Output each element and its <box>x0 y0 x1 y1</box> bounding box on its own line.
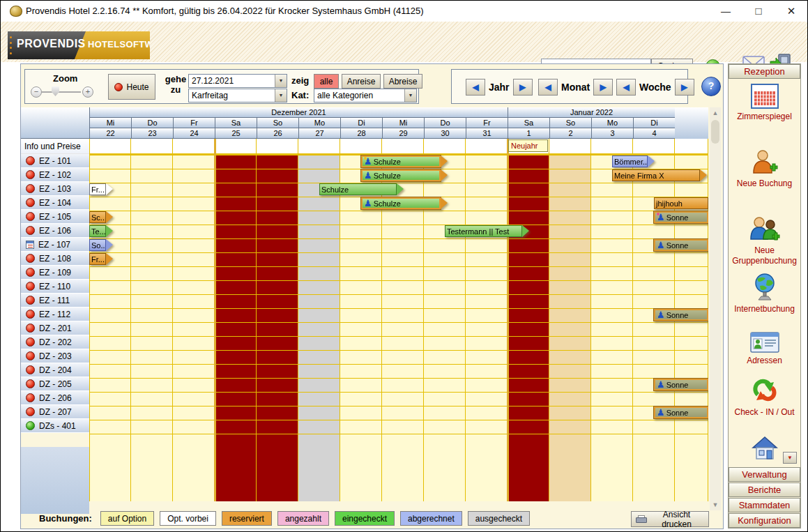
date-header-cell[interactable]: 24 <box>173 128 215 139</box>
zoom-out-button[interactable]: − <box>31 86 42 98</box>
legend-item[interactable]: ausgecheckt <box>468 511 530 526</box>
room-row[interactable]: EZ - 101 <box>21 154 89 168</box>
section-stammdaten[interactable]: Stammdaten <box>729 498 800 512</box>
section-berichte[interactable]: Berichte <box>729 482 800 497</box>
sidebar-item-zimmerspiegel[interactable]: Zimmerspiegel <box>729 84 800 122</box>
legend-item[interactable]: abgerechnet <box>400 511 462 526</box>
booking-bar[interactable]: Fr... <box>89 183 114 195</box>
month-prev-button[interactable]: ◀ <box>538 79 558 96</box>
date-header-cell[interactable]: 23 <box>131 128 173 139</box>
date-select[interactable]: 27.12.2021▼ <box>188 74 287 88</box>
calendar-grid[interactable]: Dezember 2021Januar 2022Mi22Do23Fr24Sa25… <box>89 107 708 501</box>
scrollbar-thumb[interactable] <box>711 120 719 144</box>
info-and-prices-row[interactable]: Info und Preise <box>21 139 89 154</box>
filter-departure-button[interactable]: Abreise <box>383 74 422 89</box>
scroll-down-icon[interactable]: ▼ <box>710 499 721 510</box>
room-row[interactable]: EZ - 109 <box>21 266 89 280</box>
booking-bar[interactable]: jhijhouh <box>654 197 708 209</box>
legend-item[interactable]: auf Option <box>100 511 154 526</box>
date-header-cell[interactable]: 3 <box>591 128 633 139</box>
day-column-normal[interactable] <box>466 155 508 501</box>
day-column-holiday[interactable] <box>215 155 257 501</box>
booking-bar[interactable]: So... <box>89 239 114 251</box>
sidebar-item-internetbuchung[interactable]: Internetbuchung <box>729 273 800 314</box>
month-next-button[interactable]: ▶ <box>593 79 613 96</box>
booking-bar[interactable]: Meine Firma X <box>612 169 708 181</box>
day-column-weekend[interactable] <box>549 155 591 501</box>
room-row[interactable]: EZ - 102 <box>21 168 89 182</box>
maximize-button-icon[interactable]: □ <box>742 1 775 22</box>
room-row[interactable]: EZ - 112 <box>21 307 89 321</box>
booking-bar[interactable]: Bömmer... <box>612 155 656 167</box>
legend-item[interactable]: eingecheckt <box>335 511 395 526</box>
legend-item[interactable]: Opt. vorbei <box>160 511 216 526</box>
booking-bar[interactable]: Fr... <box>89 253 114 265</box>
room-row[interactable]: DZ - 206 <box>21 391 89 405</box>
sidebar-item-check-in-out[interactable]: Check - IN / Out <box>729 377 800 418</box>
date-header-cell[interactable]: 28 <box>340 128 382 139</box>
vertical-scrollbar[interactable]: ▲ ▼ <box>710 107 721 510</box>
minimize-button-icon[interactable]: — <box>710 1 742 22</box>
legend-item[interactable]: reserviert <box>222 511 272 526</box>
booking-bar[interactable]: Schulze <box>319 183 405 195</box>
date-header-cell[interactable]: 2 <box>549 128 591 139</box>
booking-bar[interactable]: ♟Sonne <box>654 406 708 418</box>
date-header-cell[interactable]: 27 <box>298 128 340 139</box>
room-row[interactable]: DZ - 207 <box>21 405 89 419</box>
room-row[interactable]: DZ - 202 <box>21 335 89 349</box>
booking-bar[interactable]: ♟Sonne <box>654 379 708 390</box>
zoom-slider-handle[interactable] <box>52 86 59 96</box>
day-column-normal[interactable] <box>131 155 173 501</box>
dropdown-arrow-icon[interactable]: ▼ <box>275 89 287 102</box>
booking-bar[interactable]: ♟Sonne <box>654 211 708 223</box>
room-row[interactable]: EZ - 107 <box>21 238 89 252</box>
room-row[interactable]: EZ - 104 <box>21 196 89 210</box>
holiday-select[interactable]: Karfreitag▼ <box>188 89 287 102</box>
legend-item[interactable]: angezahlt <box>277 511 329 526</box>
room-row[interactable]: DZ - 205 <box>21 377 89 391</box>
day-column-today[interactable] <box>298 155 340 501</box>
dropdown-arrow-icon[interactable]: ▼ <box>275 75 287 87</box>
zoom-slider-track[interactable] <box>42 91 81 93</box>
room-row[interactable]: EZ - 105 <box>21 210 89 224</box>
room-row[interactable]: EZ - 110 <box>21 280 89 294</box>
print-view-button[interactable]: Ansicht drucken <box>631 511 709 527</box>
booking-bar[interactable]: ♟Sonne <box>654 309 708 321</box>
room-row[interactable]: EZ - 108 <box>21 252 89 266</box>
booking-bar[interactable]: ♟Schulze <box>361 197 449 209</box>
room-row[interactable]: DZs - 401 <box>21 419 89 433</box>
day-column-holiday[interactable] <box>257 155 298 501</box>
room-row[interactable]: DZ - 203 <box>21 349 89 363</box>
day-column-normal[interactable] <box>591 155 633 501</box>
room-row[interactable]: EZ - 106 <box>21 224 89 238</box>
help-button[interactable]: ? <box>701 77 721 96</box>
date-header-cell[interactable]: 26 <box>257 128 298 139</box>
booking-bar[interactable]: ♟Sonne <box>654 239 708 251</box>
scroll-up-icon[interactable]: ▲ <box>710 107 721 119</box>
date-header-cell[interactable]: 31 <box>466 128 508 139</box>
close-button-icon[interactable]: ✕ <box>775 1 807 22</box>
room-row[interactable]: EZ - 111 <box>21 294 89 307</box>
date-header-cell[interactable]: 30 <box>424 128 466 139</box>
booking-bar[interactable]: Testermann || Test <box>445 225 531 237</box>
week-prev-button[interactable]: ◀ <box>616 79 636 96</box>
booking-bar[interactable]: ♟Schulze <box>361 169 449 181</box>
booking-bar[interactable]: ♟Schulze <box>361 155 449 167</box>
day-column-normal[interactable] <box>89 155 131 501</box>
zoom-in-button[interactable]: + <box>82 86 93 98</box>
sidebar-item-adressen[interactable]: Adressen <box>729 332 800 366</box>
category-select[interactable]: alle Kategorien▼ <box>314 89 417 102</box>
today-button[interactable]: Heute <box>108 74 155 100</box>
sidebar-item-neue-buchung[interactable]: Neue Buchung <box>729 149 800 189</box>
date-header-cell[interactable]: 25 <box>215 128 257 139</box>
room-row[interactable]: DZ - 201 <box>21 321 89 335</box>
section-verwaltung[interactable]: Verwaltung <box>729 467 800 482</box>
date-header-cell[interactable]: 29 <box>382 128 424 139</box>
year-prev-button[interactable]: ◀ <box>466 79 485 96</box>
week-next-button[interactable]: ▶ <box>675 79 694 96</box>
date-header-cell[interactable]: 4 <box>633 128 675 139</box>
year-next-button[interactable]: ▶ <box>513 79 533 96</box>
day-column-holiday[interactable] <box>508 155 549 501</box>
day-column-normal[interactable] <box>173 155 215 501</box>
section-konfiguration[interactable]: Konfiguration <box>729 513 800 528</box>
